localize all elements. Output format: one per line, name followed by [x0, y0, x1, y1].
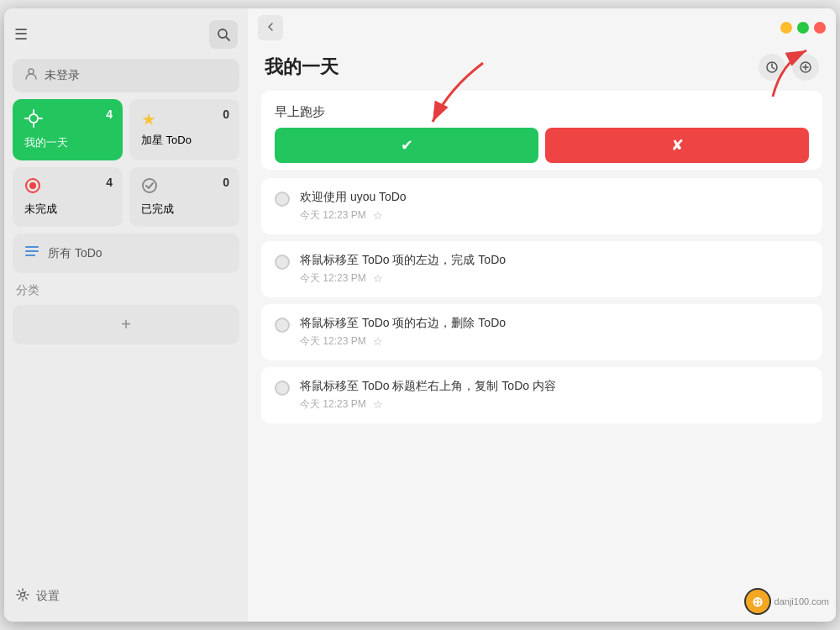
sidebar-top-bar: ☰	[13, 17, 239, 52]
starred-label: 加星 ToDo	[141, 133, 228, 148]
todo-list: 欢迎使用 uyou ToDo 今天 12:23 PM ☆ 将鼠标移至 ToDo …	[248, 178, 836, 622]
todo-content-2: 将鼠标移至 ToDo 项的右边，删除 ToDo 今天 12:23 PM ☆	[300, 316, 809, 349]
todo-meta-0: 今天 12:23 PM ☆	[300, 208, 809, 223]
sidebar-item-incomplete[interactable]: 4 未完成	[13, 167, 123, 227]
watermark-text: danji100.com	[774, 596, 829, 606]
settings-button[interactable]: 设置	[13, 580, 239, 613]
watermark-logo: ⊕	[744, 588, 771, 615]
my-day-badge: 4	[106, 108, 113, 121]
todo-circle-0[interactable]	[275, 192, 290, 207]
incomplete-badge: 4	[106, 176, 113, 189]
todo-text-1: 将鼠标移至 ToDo 项的左边，完成 ToDo	[300, 253, 809, 268]
user-button[interactable]: 未登录	[13, 59, 239, 92]
todo-time-0: 今天 12:23 PM	[300, 208, 366, 223]
sidebar-item-starred[interactable]: 0 ★ 加星 ToDo	[129, 99, 239, 160]
todo-time-2: 今天 12:23 PM	[300, 334, 366, 349]
title-actions	[759, 54, 819, 81]
svg-point-2	[29, 69, 34, 74]
nav-arrows	[258, 15, 283, 40]
minimize-button[interactable]	[780, 22, 792, 34]
my-day-label: 我的一天	[24, 135, 111, 150]
todo-star-1[interactable]: ☆	[373, 272, 383, 285]
todo-time-1: 今天 12:23 PM	[300, 271, 366, 286]
incomplete-icon	[24, 177, 111, 198]
todo-input[interactable]	[275, 105, 809, 119]
incomplete-label: 未完成	[24, 202, 111, 217]
todo-content-3: 将鼠标移至 ToDo 标题栏右上角，复制 ToDo 内容 今天 12:23 PM…	[300, 379, 809, 412]
completed-label: 已完成	[141, 202, 228, 217]
todo-item[interactable]: 将鼠标移至 ToDo 标题栏右上角，复制 ToDo 内容 今天 12:23 PM…	[261, 367, 822, 423]
todo-text-3: 将鼠标移至 ToDo 标题栏右上角，复制 ToDo 内容	[300, 379, 809, 394]
main-area: 我的一天	[248, 8, 836, 622]
input-area: ✔ ✘	[261, 91, 822, 170]
todo-item[interactable]: 将鼠标移至 ToDo 项的右边，删除 ToDo 今天 12:23 PM ☆	[261, 304, 822, 360]
svg-point-9	[29, 182, 36, 189]
svg-line-1	[226, 37, 229, 40]
my-day-icon	[24, 109, 111, 132]
hamburger-icon[interactable]: ☰	[14, 25, 28, 44]
confirm-button[interactable]: ✔	[275, 128, 538, 163]
page-title-area: 我的一天	[248, 47, 836, 91]
sidebar: ☰ 未登录 4	[4, 8, 248, 622]
add-todo-button[interactable]	[792, 54, 819, 81]
todo-meta-2: 今天 12:23 PM ☆	[300, 334, 809, 349]
user-label: 未登录	[45, 68, 80, 83]
app-window: ☰ 未登录 4	[4, 8, 836, 622]
todo-content-0: 欢迎使用 uyou ToDo 今天 12:23 PM ☆	[300, 190, 809, 223]
todo-circle-3[interactable]	[275, 381, 290, 396]
settings-icon	[16, 588, 29, 605]
todo-text-2: 将鼠标移至 ToDo 项的右边，删除 ToDo	[300, 316, 809, 331]
sidebar-item-all-todo[interactable]: 所有 ToDo	[13, 234, 239, 273]
search-button[interactable]	[209, 20, 238, 49]
completed-badge: 0	[223, 176, 229, 189]
starred-badge: 0	[223, 108, 229, 121]
todo-text-0: 欢迎使用 uyou ToDo	[300, 190, 809, 205]
svg-point-3	[29, 114, 38, 123]
all-todo-icon	[24, 244, 39, 263]
todo-item[interactable]: 将鼠标移至 ToDo 项的左边，完成 ToDo 今天 12:23 PM ☆	[261, 241, 822, 297]
history-button[interactable]	[759, 54, 785, 81]
todo-circle-1[interactable]	[275, 255, 290, 270]
watermark: ⊕ danji100.com	[744, 588, 829, 615]
user-icon	[24, 67, 38, 84]
sidebar-item-completed[interactable]: 0 已完成	[129, 167, 239, 227]
category-grid: 4 我的一天 0 ★ 加星 ToDo	[13, 99, 239, 227]
svg-point-10	[143, 179, 156, 192]
todo-star-0[interactable]: ☆	[373, 209, 383, 222]
todo-item[interactable]: 欢迎使用 uyou ToDo 今天 12:23 PM ☆	[261, 178, 822, 234]
top-bar	[248, 8, 836, 47]
todo-content-1: 将鼠标移至 ToDo 项的左边，完成 ToDo 今天 12:23 PM ☆	[300, 253, 809, 286]
page-title: 我的一天	[265, 55, 339, 80]
completed-icon	[141, 177, 228, 198]
todo-star-2[interactable]: ☆	[373, 335, 383, 348]
todo-meta-3: 今天 12:23 PM ☆	[300, 397, 809, 412]
input-actions: ✔ ✘	[275, 128, 809, 163]
window-buttons	[780, 22, 826, 34]
todo-meta-1: 今天 12:23 PM ☆	[300, 271, 809, 286]
cancel-button[interactable]: ✘	[545, 128, 809, 163]
close-button[interactable]	[814, 22, 826, 34]
all-todo-label: 所有 ToDo	[48, 246, 102, 261]
nav-arrow-button[interactable]	[258, 15, 283, 40]
add-category-button[interactable]: +	[13, 305, 239, 344]
todo-circle-2[interactable]	[275, 318, 290, 333]
todo-star-3[interactable]: ☆	[373, 398, 383, 411]
settings-label: 设置	[36, 589, 60, 604]
todo-time-3: 今天 12:23 PM	[300, 397, 366, 412]
maximize-button[interactable]	[797, 22, 809, 34]
section-label: 分类	[13, 280, 239, 298]
sidebar-item-my-day[interactable]: 4 我的一天	[13, 99, 123, 160]
starred-icon: ★	[141, 109, 228, 129]
